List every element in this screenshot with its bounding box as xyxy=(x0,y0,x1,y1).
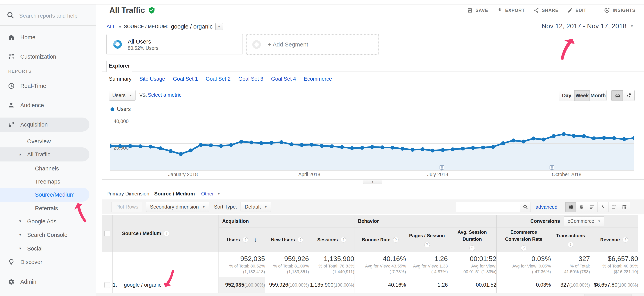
users-line-chart[interactable]: 40,00020,000January 2018April 2018July 2… xyxy=(110,115,634,182)
sort-desc-icon: ↓ xyxy=(254,235,257,244)
pivot-view-button[interactable] xyxy=(619,202,630,212)
save-button[interactable]: SAVE xyxy=(467,8,488,13)
search-input[interactable] xyxy=(19,10,92,22)
column-header-pages-session[interactable]: Pages / Session? xyxy=(406,228,448,252)
subtab-goal-set-4[interactable]: Goal Set 4 xyxy=(271,76,296,82)
sidebar-item-customization[interactable]: Customization xyxy=(0,51,96,62)
secondary-dimension-dropdown[interactable]: Secondary dimension▼ xyxy=(146,202,209,212)
subtab-summary[interactable]: Summary xyxy=(109,76,132,82)
sidebar-item-home[interactable]: Home xyxy=(0,32,96,43)
tab-explorer[interactable]: Explorer xyxy=(106,60,132,72)
column-header-sessions[interactable]: Sessions? xyxy=(309,228,354,252)
column-header-ecommerce-conversion-rate[interactable]: Ecommerce Conversion Rate? xyxy=(496,228,551,252)
sidebar-item-search-console[interactable]: ▼ Search Console xyxy=(0,230,96,240)
column-header-avg-session-duration[interactable]: Avg. Session Duration? xyxy=(448,228,496,252)
primary-dimension-other[interactable]: Other xyxy=(201,191,214,197)
sort-type-dropdown[interactable]: Default▼ xyxy=(240,202,271,212)
edit-button[interactable]: EDIT xyxy=(567,8,586,13)
row-source-link[interactable]: google / organic xyxy=(124,282,161,288)
export-button[interactable]: EXPORT xyxy=(497,8,525,13)
svg-text:January 2018: January 2018 xyxy=(168,172,198,177)
breadcrumb-all-link[interactable]: ALL xyxy=(106,24,116,30)
column-header-new-users[interactable]: New Users? xyxy=(265,228,309,252)
help-icon[interactable]: ? xyxy=(340,237,346,242)
line-chart-mode-button[interactable] xyxy=(612,90,623,101)
bar-list-icon xyxy=(589,204,595,210)
chevron-down-icon: ▼ xyxy=(18,233,22,237)
sidebar-item-discover[interactable]: Discover xyxy=(0,256,96,268)
table-search-button[interactable] xyxy=(520,202,531,212)
help-icon[interactable]: ? xyxy=(521,246,526,251)
insights-button[interactable]: INSIGHTS xyxy=(604,7,636,14)
sidebar-item-source-medium[interactable]: Source/Medium xyxy=(0,188,90,202)
download-icon xyxy=(497,8,502,13)
help-icon[interactable]: ? xyxy=(568,242,573,248)
motion-chart-mode-button[interactable] xyxy=(623,90,634,101)
svg-text:40,000: 40,000 xyxy=(114,118,128,124)
chart-collapse-button[interactable]: ▼ xyxy=(363,180,382,184)
conversions-goal-dropdown[interactable]: eCommerce▼ xyxy=(564,216,604,226)
column-header-revenue[interactable]: Revenue? xyxy=(590,228,638,252)
metric-dropdown-label: Users xyxy=(112,92,126,98)
term-cloud-view-button[interactable] xyxy=(608,202,619,212)
no-data-issues-badge[interactable] xyxy=(148,7,156,14)
breadcrumb-dropdown-button[interactable]: ▼ xyxy=(216,23,223,30)
table-search-input[interactable] xyxy=(456,202,520,212)
sidebar-item-audience[interactable]: Audience xyxy=(0,100,96,111)
rows-control-partial xyxy=(584,294,632,296)
total-revenue: $6,657.80% of Total: 40.89%($16,281.10) xyxy=(590,252,638,277)
chart-mode-toggle xyxy=(612,90,635,101)
comparison-view-button[interactable] xyxy=(598,202,608,212)
clock-icon xyxy=(8,82,15,90)
granularity-day[interactable]: Day xyxy=(559,90,574,101)
sidebar-item-real-time[interactable]: Real-Time xyxy=(0,80,96,92)
percentage-view-button[interactable] xyxy=(576,202,587,212)
help-icon[interactable]: ? xyxy=(470,246,475,251)
subtab-site-usage[interactable]: Site Usage xyxy=(140,76,165,82)
primary-dimension-selected[interactable]: Source / Medium xyxy=(154,191,195,197)
segment-all-users[interactable]: All Users 80.52% Users xyxy=(106,34,243,54)
subtab-goal-set-1[interactable]: Goal Set 1 xyxy=(173,76,198,82)
column-header-transactions[interactable]: Transactions? xyxy=(551,228,590,252)
subtab-goal-set-2[interactable]: Goal Set 2 xyxy=(206,76,230,82)
plot-rows-button: Plot Rows xyxy=(111,202,142,212)
total-users: 952,035% of Total: 80.52%(1,182,418) xyxy=(219,252,265,277)
date-range-selector[interactable]: Nov 12, 2017 - Nov 17, 2018 ▼ xyxy=(542,22,634,30)
sidebar-item-overview[interactable]: Overview xyxy=(0,136,96,147)
pivot-icon xyxy=(622,204,628,210)
sidebar-item-referrals[interactable]: Referrals xyxy=(0,203,96,214)
column-header-bounce-rate[interactable]: Bounce Rate? xyxy=(354,228,406,252)
subtab-goal-set-3[interactable]: Goal Set 3 xyxy=(238,76,264,82)
row-checkbox[interactable] xyxy=(104,282,110,288)
svg-text:October 2018: October 2018 xyxy=(552,172,582,177)
sidebar-item-social[interactable]: ▼ Social xyxy=(0,243,96,254)
sidebar-section-reports: REPORTS xyxy=(8,69,32,74)
sidebar-item-channels[interactable]: Channels xyxy=(0,163,96,174)
share-button[interactable]: SHARE xyxy=(533,8,558,13)
advanced-search-link[interactable]: advanced xyxy=(536,204,558,210)
chevron-down-icon: ▼ xyxy=(202,205,205,208)
column-header-source-medium[interactable]: Source / Medium? xyxy=(113,215,219,252)
column-header-users[interactable]: Users?↓ xyxy=(219,228,265,252)
primary-dimension-bar: Primary Dimension: Source / Medium Other… xyxy=(106,190,220,198)
sidebar-item-admin[interactable]: Admin xyxy=(0,276,96,287)
select-metric-link[interactable]: Select a metric xyxy=(148,92,182,98)
sidebar-item-acquisition[interactable]: Acquisition xyxy=(0,118,90,132)
help-icon[interactable]: ? xyxy=(424,242,430,248)
subtab-ecommerce[interactable]: Ecommerce xyxy=(304,76,332,82)
help-icon[interactable]: ? xyxy=(242,237,248,242)
granularity-month[interactable]: Month xyxy=(590,90,606,101)
help-icon[interactable]: ? xyxy=(393,237,398,242)
metric-dropdown[interactable]: Users ▼ xyxy=(109,90,136,100)
performance-view-button[interactable] xyxy=(587,202,598,212)
add-segment-button[interactable]: + Add Segment xyxy=(246,34,379,55)
select-all-checkbox[interactable] xyxy=(104,230,110,236)
help-icon[interactable]: ? xyxy=(622,237,628,242)
sidebar-item-treemaps[interactable]: Treemaps xyxy=(0,176,96,187)
sidebar-item-google-ads[interactable]: ▼ Google Ads xyxy=(0,216,96,227)
help-icon[interactable]: ? xyxy=(164,231,169,236)
sidebar-item-all-traffic[interactable]: ▲ All Traffic xyxy=(0,148,90,162)
data-view-button[interactable] xyxy=(566,202,576,212)
granularity-week[interactable]: Week xyxy=(574,90,590,101)
help-icon[interactable]: ? xyxy=(298,237,303,242)
